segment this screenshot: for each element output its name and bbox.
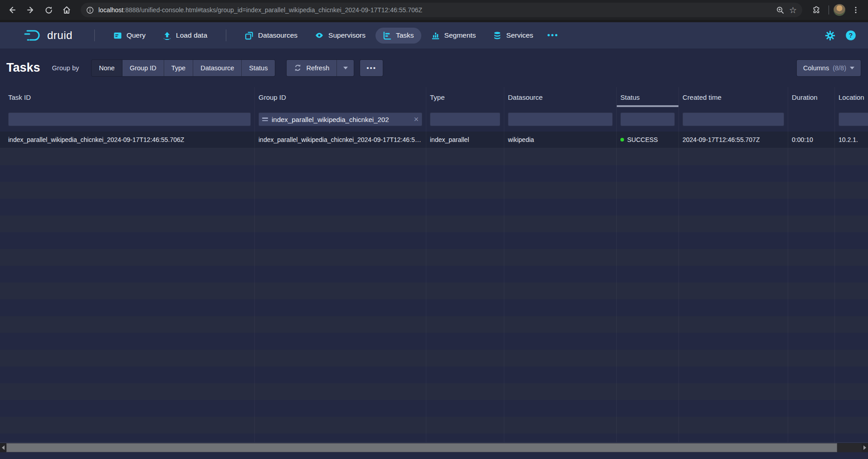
empty-cell bbox=[679, 249, 788, 266]
query-icon bbox=[113, 31, 122, 40]
empty-cell bbox=[426, 266, 504, 283]
scrollbar-thumb[interactable] bbox=[6, 443, 837, 452]
nav-item-label: Load data bbox=[176, 31, 207, 39]
extensions-button[interactable] bbox=[809, 2, 824, 18]
nav-item-query[interactable]: Query bbox=[106, 28, 153, 44]
location-filter-input[interactable] bbox=[839, 112, 868, 126]
refresh-dropdown-button[interactable] bbox=[336, 60, 354, 76]
more-actions-button[interactable]: ••• bbox=[360, 60, 383, 76]
column-header-created-time[interactable]: Created time bbox=[679, 87, 788, 107]
group-by-label: Group by bbox=[52, 64, 79, 72]
refresh-button-group: Refresh bbox=[287, 60, 354, 76]
group-by-button[interactable]: Datasource bbox=[193, 60, 242, 76]
nav-item-tasks[interactable]: Tasks bbox=[375, 28, 421, 44]
group-by-button[interactable]: Group ID bbox=[122, 60, 164, 76]
group-id-filter-input[interactable]: index_parallel_wikipedia_chicnkei_202 × bbox=[258, 112, 422, 126]
empty-cell bbox=[788, 215, 835, 232]
back-button[interactable] bbox=[5, 2, 20, 18]
url-text: localhost:8888/unified-console.html#task… bbox=[98, 6, 771, 14]
column-header-duration[interactable]: Duration bbox=[788, 87, 835, 107]
scroll-right-button[interactable] bbox=[862, 443, 868, 452]
empty-cell bbox=[835, 266, 868, 283]
address-bar[interactable]: localhost:8888/unified-console.html#task… bbox=[81, 3, 802, 17]
empty-cell bbox=[617, 366, 679, 383]
nav-item-supervisors[interactable]: Supervisors bbox=[307, 27, 373, 44]
navbar-divider bbox=[226, 29, 226, 41]
forward-button[interactable] bbox=[23, 2, 38, 18]
help-icon[interactable]: ? bbox=[845, 30, 856, 41]
empty-cell bbox=[504, 417, 617, 434]
clear-filter-icon[interactable]: × bbox=[414, 115, 419, 123]
filter-cell-location bbox=[835, 107, 868, 132]
empty-cell bbox=[426, 299, 504, 316]
filter-cell-datasource bbox=[504, 107, 617, 132]
nav-item-services[interactable]: Services bbox=[486, 28, 540, 44]
nav-item-datasources[interactable]: Datasources bbox=[238, 28, 305, 44]
status-filter-input[interactable] bbox=[620, 112, 675, 126]
site-info-icon[interactable] bbox=[86, 6, 94, 14]
nav-item-segments[interactable]: Segments bbox=[424, 28, 483, 44]
status-badge: SUCCESS bbox=[627, 136, 658, 143]
group-id-filter-value: index_parallel_wikipedia_chicnkei_202 bbox=[272, 116, 410, 123]
task-id-filter-input[interactable] bbox=[8, 112, 251, 126]
empty-cell bbox=[835, 165, 868, 182]
task-id-cell: index_parallel_wikipedia_chicnkei_2024-0… bbox=[0, 132, 255, 148]
column-header-datasource[interactable]: Datasource bbox=[504, 87, 617, 107]
empty-cell bbox=[788, 417, 835, 434]
empty-row bbox=[0, 299, 868, 316]
empty-row bbox=[0, 148, 868, 165]
empty-cell bbox=[0, 400, 255, 417]
column-header-location[interactable]: Location bbox=[835, 87, 868, 107]
datasource-filter-input[interactable] bbox=[508, 112, 613, 126]
empty-cell bbox=[504, 199, 617, 215]
scroll-left-button[interactable] bbox=[0, 443, 6, 452]
empty-cell bbox=[255, 148, 426, 165]
empty-cell bbox=[617, 333, 679, 350]
status-cell: SUCCESS bbox=[617, 132, 679, 148]
task-row[interactable]: index_parallel_wikipedia_chicnkei_2024-0… bbox=[0, 132, 868, 148]
group-by-button[interactable]: Type bbox=[164, 60, 193, 76]
druid-logo[interactable]: druid bbox=[24, 29, 73, 42]
empty-row bbox=[0, 350, 868, 366]
empty-cell bbox=[0, 417, 255, 434]
empty-cell bbox=[835, 350, 868, 366]
scrollbar-track[interactable] bbox=[837, 443, 862, 452]
empty-cell bbox=[835, 249, 868, 266]
nav-item-label: Query bbox=[127, 31, 146, 39]
type-cell: index_parallel bbox=[426, 132, 504, 148]
column-header-type[interactable]: Type bbox=[426, 87, 504, 107]
column-header-group-id[interactable]: Group ID bbox=[255, 87, 426, 107]
nav-item-load-data[interactable]: Load data bbox=[156, 28, 215, 44]
group-by-button[interactable]: Status bbox=[242, 60, 275, 76]
browser-menu-button[interactable] bbox=[848, 2, 863, 18]
created-time-filter-input[interactable] bbox=[683, 112, 784, 126]
column-header-task-id[interactable]: Task ID bbox=[0, 87, 255, 107]
empty-cell bbox=[617, 383, 679, 400]
empty-cell bbox=[426, 148, 504, 165]
refresh-button[interactable]: Refresh bbox=[287, 60, 336, 76]
empty-cell bbox=[788, 299, 835, 316]
group-by-button[interactable]: None bbox=[92, 60, 122, 76]
empty-row bbox=[0, 383, 868, 400]
type-filter-input[interactable] bbox=[430, 112, 500, 126]
empty-row bbox=[0, 232, 868, 249]
horizontal-scrollbar[interactable] bbox=[0, 443, 868, 452]
empty-cell bbox=[788, 283, 835, 299]
puzzle-icon bbox=[812, 5, 821, 15]
empty-cell bbox=[504, 232, 617, 249]
empty-cell bbox=[617, 232, 679, 249]
nav-more-button[interactable]: ••• bbox=[542, 27, 564, 44]
zoom-icon[interactable] bbox=[776, 6, 785, 15]
reload-button[interactable] bbox=[41, 2, 56, 18]
bookmark-star-icon[interactable]: ☆ bbox=[789, 6, 797, 15]
settings-gear-icon[interactable] bbox=[825, 30, 835, 41]
column-header-status[interactable]: Status bbox=[617, 87, 679, 107]
home-button[interactable] bbox=[59, 2, 74, 18]
profile-avatar[interactable] bbox=[834, 4, 845, 16]
empty-row bbox=[0, 215, 868, 232]
empty-cell bbox=[255, 215, 426, 232]
empty-cell bbox=[617, 148, 679, 165]
datasource-cell: wikipedia bbox=[504, 132, 617, 148]
datasources-icon bbox=[245, 31, 254, 40]
columns-button[interactable]: Columns (8/8) bbox=[797, 60, 861, 76]
